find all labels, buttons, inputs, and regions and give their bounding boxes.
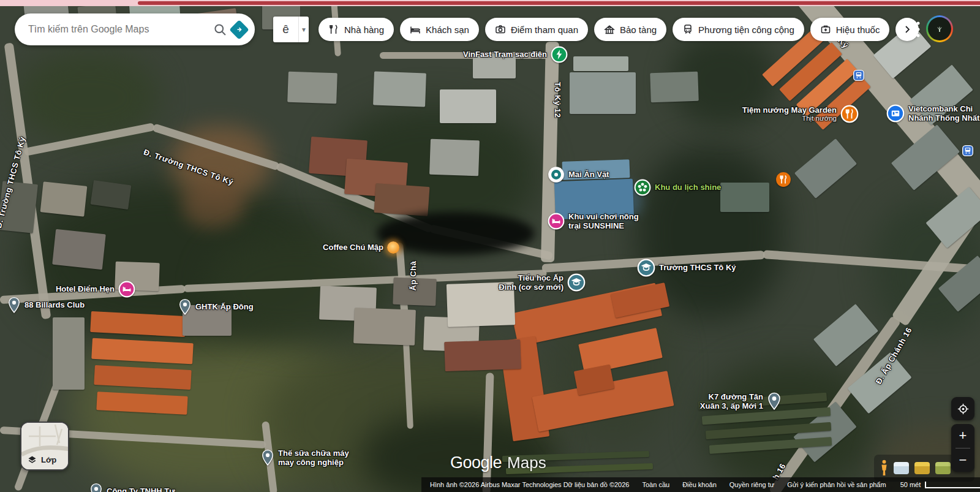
category-chip-bar: Nhà hàng Khách sạn Điểm tham quan Bảo tà…: [318, 18, 919, 41]
zoom-out-button[interactable]: −: [951, 448, 974, 472]
search-input[interactable]: [15, 24, 208, 35]
poi-hotel-diem-hen[interactable]: Hotel Điểm Hẹn: [50, 281, 135, 298]
poi-vietcombank[interactable]: Vietcombank Chi Nhánh Thống Nhất: [886, 104, 979, 123]
poi-sunshine-farm[interactable]: Khu vui chơi nông trại SUNSHINE: [548, 212, 639, 231]
highlighted-place-marker: [387, 241, 399, 254]
map-pin-icon: [178, 298, 192, 316]
poi-ghtk-ap-dong[interactable]: GHTK Ấp Đông: [178, 298, 254, 316]
school-icon: [637, 259, 655, 277]
pharmacy-icon: [820, 24, 831, 35]
poi-label: 88 Billards Club: [24, 300, 85, 309]
imagery-thumbnail[interactable]: [914, 462, 930, 474]
scale-bar: [925, 482, 980, 488]
generic-poi-dot-icon: [548, 166, 565, 183]
poi-label: Tiểu học Ấp Đình (cơ sở mới): [491, 273, 564, 292]
directions-arrow-icon: [235, 25, 244, 34]
poi-vinfast-charging[interactable]: VinFast Trạm sạc điện: [452, 46, 568, 63]
transit-stop-marker[interactable]: [962, 145, 974, 157]
poi-label: VinFast Trạm sạc điện: [452, 50, 547, 59]
restaurant-icon: [328, 24, 339, 35]
poi-label: Công Ty TNHH Tự: [107, 486, 175, 492]
category-chip-transit[interactable]: Phương tiện công cộng: [673, 18, 804, 41]
hotel-bed-icon: [548, 213, 565, 230]
poi-k7-tan-xuan[interactable]: K7 đường Tân Xuân 3, ấp Mới 1: [691, 392, 782, 411]
poi-label: Trường THCS Tô Ký: [659, 263, 736, 272]
category-chip-restaurants[interactable]: Nhà hàng: [318, 18, 394, 41]
directions-button[interactable]: [229, 20, 249, 40]
link-terms[interactable]: Điều khoản: [682, 481, 717, 488]
link-feedback[interactable]: Gửi ý kiến phản hồi về sản phẩm: [787, 481, 886, 488]
map-pin-icon: [7, 297, 21, 314]
poi-label: Hotel Điểm Hẹn: [50, 284, 115, 293]
hotel-icon: [410, 24, 421, 35]
poi-khu-du-lich-shine[interactable]: Khu du lịch shine: [634, 179, 721, 196]
category-chip-museums[interactable]: Bảo tàng: [594, 18, 666, 41]
camera-icon: [495, 24, 506, 35]
category-chip-attractions[interactable]: Điểm tham quan: [485, 18, 588, 41]
poi-tieu-hoc-ap-dinh[interactable]: Tiểu học Ấp Đình (cơ sở mới): [491, 273, 586, 292]
poi-may-garden[interactable]: Tiệm nướng May Garden Thịt nướng: [725, 105, 859, 123]
category-chip-pharmacies[interactable]: Hiệu thuốc: [810, 18, 890, 41]
poi-truong-thcs-to-ky[interactable]: Trường THCS Tô Ký: [637, 259, 736, 277]
my-location-button[interactable]: [951, 397, 974, 420]
poi-mai-an-vat[interactable]: Mai Ăn Vặt: [548, 166, 609, 183]
restaurant-poi-icon: [840, 105, 859, 123]
google-maps-watermark[interactable]: Google Maps: [450, 453, 546, 472]
poi-label: Khu du lịch shine: [655, 183, 721, 192]
bus-stop-icon: [962, 145, 974, 157]
museum-icon: [604, 24, 615, 35]
chip-label: Phương tiện công cộng: [698, 25, 794, 35]
imagery-thumbnail[interactable]: [894, 462, 909, 474]
street-label: Ấp Chà: [409, 262, 418, 291]
logo-maps: Maps: [507, 453, 546, 472]
poi-cong-ty-tnhh[interactable]: Công Ty TNHH Tự: [89, 483, 175, 492]
layers-button[interactable]: Lớp: [20, 422, 69, 471]
poi-label: Mai Ăn Vặt: [568, 170, 609, 179]
poi-subtitle: Thịt nướng: [725, 115, 837, 123]
school-icon: [567, 273, 586, 292]
input-method-selector[interactable]: ê ▼: [273, 17, 309, 42]
flower-icon: [634, 179, 651, 196]
restaurant-poi-icon: [775, 172, 791, 187]
avatar-image: [928, 17, 951, 40]
zoom-control: + −: [951, 424, 974, 472]
restaurant-marker[interactable]: [775, 172, 791, 187]
attribution-bar: Hình ảnh ©2026 Airbus Maxar Technologies…: [421, 477, 980, 492]
poi-label: Tiệm nướng May Garden: [725, 105, 837, 115]
search-button[interactable]: [208, 17, 232, 42]
transit-stop-marker[interactable]: [853, 69, 865, 81]
my-location-icon: [957, 403, 970, 415]
google-apps-grid-icon[interactable]: [903, 20, 920, 37]
chip-label: Khách sạn: [426, 25, 469, 35]
poi-88-billards-club[interactable]: 88 Billards Club: [7, 297, 85, 314]
imagery-attribution: Hình ảnh ©2026 Airbus Maxar Technologies…: [430, 481, 629, 488]
imagery-thumbnail[interactable]: [935, 462, 951, 474]
chip-label: Hiệu thuốc: [836, 25, 880, 35]
scale-label: 50 mét: [900, 481, 921, 488]
chevron-down-icon[interactable]: ▼: [298, 17, 309, 42]
map-canvas[interactable]: [0, 0, 980, 492]
map-scale: 50 mét: [900, 481, 980, 488]
chip-label: Điểm tham quan: [511, 25, 578, 35]
layers-label: Lớp: [41, 455, 56, 464]
poi-label: Vietcombank Chi Nhánh Thống Nhất: [908, 104, 979, 123]
poi-label: K7 đường Tân Xuân 3, ấp Mới 1: [691, 392, 763, 411]
link-global[interactable]: Toàn cầu: [642, 481, 669, 488]
layers-icon: [27, 455, 37, 465]
poi-the-sua-chua-may[interactable]: Thế sữa chữa máy may công nghiệp: [261, 448, 349, 467]
search-bar[interactable]: [15, 13, 255, 45]
poi-label: Khu vui chơi nông trại SUNSHINE: [568, 212, 639, 231]
link-privacy[interactable]: Quyền riêng tư: [729, 481, 774, 488]
bus-stop-icon: [853, 69, 865, 81]
map-pin-icon: [261, 449, 274, 466]
poi-coffee-chu-map[interactable]: Coffee Chú Mập: [305, 241, 399, 254]
transit-icon: [682, 24, 693, 35]
zoom-in-button[interactable]: +: [951, 424, 974, 448]
category-chip-hotels[interactable]: Khách sạn: [400, 18, 479, 41]
ime-current-key: ê: [273, 23, 298, 36]
pegman-icon[interactable]: [880, 460, 888, 477]
bank-icon: [886, 104, 905, 123]
chip-label: Bảo tàng: [620, 25, 657, 35]
ev-charging-icon: [551, 46, 568, 63]
account-avatar[interactable]: [926, 15, 953, 42]
